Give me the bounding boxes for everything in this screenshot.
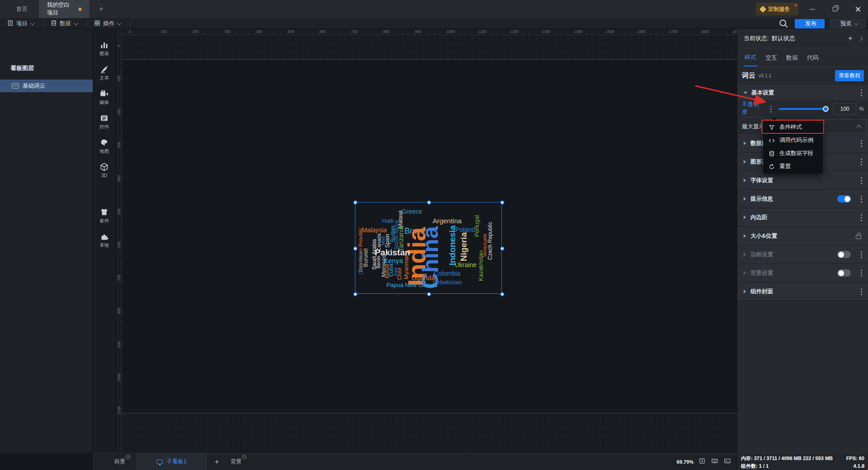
kebab-menu-icon[interactable] xyxy=(861,214,862,216)
custom-service-badge[interactable]: 定制服务 xyxy=(756,3,798,15)
selection-handle[interactable] xyxy=(354,201,358,205)
rail-item-chart[interactable]: 图表 xyxy=(93,41,116,57)
section-row[interactable]: 大小&位置 xyxy=(737,227,868,245)
opacity-input[interactable]: 100 xyxy=(833,103,856,115)
layer-item-label: 基础词云 xyxy=(23,82,45,90)
rail-item-local[interactable]: 本地 xyxy=(93,232,116,249)
tab-home[interactable]: 首页 xyxy=(8,0,36,18)
opacity-slider[interactable] xyxy=(779,108,828,110)
rail-item-media[interactable]: 媒体 xyxy=(93,89,116,106)
section-row[interactable]: 组件封面 xyxy=(737,282,868,301)
tab-interaction[interactable]: 交互 xyxy=(764,49,778,66)
kebab-menu-icon[interactable] xyxy=(861,288,862,290)
subboard-tab[interactable]: 子看板1 xyxy=(136,453,208,470)
slider-knob[interactable] xyxy=(823,106,829,112)
tab-data[interactable]: 数据 xyxy=(785,49,799,66)
publish-button[interactable]: 发布 xyxy=(795,19,825,28)
selection-handle[interactable] xyxy=(500,201,505,205)
section-row[interactable]: 字体设置 xyxy=(737,171,868,190)
opacity-label[interactable]: 不透明度 xyxy=(742,101,764,118)
context-menu-item-code[interactable]: 调用代码示例 xyxy=(763,134,823,147)
horizontal-ruler: 0100200300400500600700800900100011001200… xyxy=(116,29,737,35)
design-canvas[interactable]: 0100200300400500600700800900100011001200… xyxy=(116,29,737,453)
tab-code[interactable]: 代码 xyxy=(806,49,820,66)
kebab-menu-icon[interactable] xyxy=(861,159,862,160)
rail-item-kit[interactable]: 套件 xyxy=(93,208,116,224)
h-ruler-tick: 300 xyxy=(224,29,231,34)
section-row[interactable]: 边框设置 xyxy=(737,245,868,264)
selection-handle[interactable] xyxy=(354,246,358,250)
context-menu-item-reset[interactable]: 重置 xyxy=(763,160,823,173)
rail-item-text[interactable]: 文本 xyxy=(93,65,116,81)
section-row[interactable]: 内边距 xyxy=(737,208,868,227)
opacity-unit: % xyxy=(859,106,864,112)
titlebar: 首页 我的空白项目 + 定制服务 xyxy=(0,0,868,18)
v-ruler-tick: 1000 xyxy=(117,373,121,382)
kebab-menu-icon[interactable] xyxy=(861,196,862,197)
selection-handle[interactable] xyxy=(500,246,505,250)
wordcloud-chart: GreeceMalawiHaitiArgentinaMalaysiaBrazil… xyxy=(355,202,502,294)
menu-data[interactable]: 数据 xyxy=(51,18,77,29)
fit-screen-button[interactable] xyxy=(698,458,706,465)
expand-icon xyxy=(744,290,746,293)
tab-project-active[interactable]: 我的空白项目 xyxy=(39,0,90,18)
new-tab-button[interactable]: + xyxy=(93,0,109,18)
add-board-button[interactable]: + xyxy=(215,458,219,466)
restore-button[interactable] xyxy=(825,0,845,18)
shortcut-keys-button[interactable] xyxy=(711,458,719,465)
section-row[interactable]: 提示信息 xyxy=(737,190,868,208)
kebab-menu-icon[interactable] xyxy=(861,89,862,91)
state-value: 默认状态 xyxy=(772,34,795,42)
v-ruler-tick: 700 xyxy=(117,273,121,282)
lock-icon[interactable] xyxy=(856,235,861,239)
opacity-kebab-menu[interactable] xyxy=(770,106,772,107)
text-icon xyxy=(100,65,108,74)
selection-handle[interactable] xyxy=(427,201,431,205)
memory-info: 内存: 371 / 3711 / 4096 MB 222 / 593 MB xyxy=(741,455,833,462)
basic-settings-header[interactable]: 基本设置 xyxy=(737,85,868,100)
zoom-level[interactable]: 69.79% xyxy=(677,459,693,465)
kebab-menu-icon[interactable] xyxy=(861,270,862,271)
selection-handle[interactable] xyxy=(354,292,358,296)
data-field-icon xyxy=(769,150,775,157)
background-layer-button[interactable]: 背景 + xyxy=(231,458,241,465)
section-toggle-off[interactable] xyxy=(837,269,851,277)
tutorial-button[interactable]: 查看教程 xyxy=(835,70,864,81)
tab-style[interactable]: 样式 xyxy=(744,49,757,66)
h-ruler-tick: 1100 xyxy=(478,29,486,34)
search-button[interactable] xyxy=(778,19,788,28)
console-button[interactable] xyxy=(723,458,731,465)
section-row[interactable]: 背景设置 xyxy=(737,264,868,282)
context-menu-item-data-field[interactable]: 生成数据字段 xyxy=(763,147,823,160)
section-toggle-off[interactable] xyxy=(837,251,851,258)
layer-item-wordcloud[interactable]: TXT 基础词云 xyxy=(0,80,93,92)
rail-item-label: 地图 xyxy=(99,148,109,155)
expand-states-button[interactable] xyxy=(859,36,863,41)
menu-operations[interactable]: 操作 xyxy=(94,18,120,29)
add-background-icon[interactable]: + xyxy=(242,455,246,459)
minimize-button[interactable] xyxy=(802,0,823,18)
rail-item-cube-3d[interactable]: 3D xyxy=(93,163,116,178)
foreground-layer-button[interactable]: 前景 + xyxy=(114,458,125,465)
kebab-menu-icon[interactable] xyxy=(861,177,862,179)
add-foreground-icon[interactable]: + xyxy=(126,455,130,459)
expand-icon xyxy=(744,271,746,275)
wordcloud-word: Argentina xyxy=(433,217,462,224)
rail-item-widget[interactable]: 控件 xyxy=(93,114,116,130)
add-state-button[interactable]: + xyxy=(848,34,853,43)
v-ruler-tick: 1100 xyxy=(117,406,121,415)
wordcloud-word: Nigeria xyxy=(459,232,468,261)
selection-handle[interactable] xyxy=(500,292,505,296)
wordcloud-selection-box[interactable]: GreeceMalawiHaitiArgentinaMalaysiaBrazil… xyxy=(355,202,502,294)
selection-handle[interactable] xyxy=(427,292,431,296)
rail-item-map[interactable]: 地图 xyxy=(93,138,116,155)
preview-button[interactable]: 预览 xyxy=(830,19,865,28)
close-button[interactable] xyxy=(847,0,868,18)
menu-project[interactable]: 项目 xyxy=(7,18,33,29)
kebab-menu-icon[interactable] xyxy=(861,140,862,141)
h-ruler-tick: 1500 xyxy=(606,29,614,34)
layers-panel-header: 看板图层 xyxy=(6,64,34,72)
section-toggle-on[interactable] xyxy=(837,195,851,202)
kebab-menu-icon[interactable] xyxy=(861,251,862,253)
section-label: 大小&位置 xyxy=(750,232,777,240)
